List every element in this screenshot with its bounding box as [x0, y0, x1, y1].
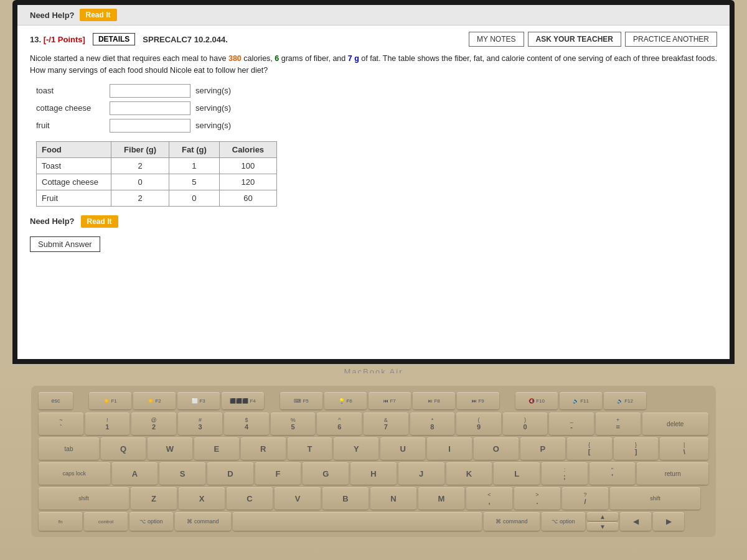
key-backslash[interactable]: |\: [660, 437, 708, 460]
key-arrow-up[interactable]: ▲: [587, 512, 618, 521]
key-q[interactable]: Q: [101, 437, 146, 460]
key-slash[interactable]: ?/: [562, 487, 608, 510]
food-inputs: toast serving(s) cottage cheese serving(…: [30, 84, 717, 133]
key-tilde[interactable]: ~`: [39, 413, 83, 435]
key-semicolon[interactable]: :;: [542, 462, 588, 485]
key-7[interactable]: &7: [364, 413, 408, 435]
toast-input[interactable]: [110, 84, 190, 98]
key-o[interactable]: O: [474, 437, 519, 460]
key-f11[interactable]: 🔉 F11: [560, 392, 602, 409]
key-c[interactable]: C: [227, 487, 273, 510]
key-y[interactable]: Y: [334, 437, 378, 460]
key-space[interactable]: [233, 512, 482, 531]
table-cell-fat-2: 5: [169, 174, 220, 190]
my-notes-button[interactable]: MY NOTES: [469, 32, 524, 47]
key-arrow-left[interactable]: ◀: [620, 512, 651, 531]
table-cell-fiber-3: 2: [111, 190, 169, 206]
key-f7[interactable]: ⏮ F7: [369, 392, 411, 409]
fruit-input[interactable]: [110, 119, 190, 133]
key-quote[interactable]: "': [590, 462, 636, 485]
key-bracket-r[interactable]: }]: [614, 437, 659, 460]
key-command-left[interactable]: ⌘ command: [175, 512, 231, 531]
fruit-serving-label: serving(s): [195, 121, 231, 130]
submit-answer-button[interactable]: Submit Answer: [30, 236, 100, 252]
key-f3[interactable]: ⬜ F3: [177, 392, 220, 409]
keyboard: esc ☀️ F1 ☀️ F2 ⬜ F3 ⬛⬛⬛ F4 ⌨ F5 💡 F6 ⏮ …: [31, 386, 716, 537]
key-i[interactable]: I: [427, 437, 472, 460]
key-x[interactable]: X: [179, 487, 225, 510]
key-8[interactable]: *8: [410, 413, 455, 435]
key-n[interactable]: N: [370, 487, 416, 510]
key-g[interactable]: G: [303, 462, 349, 485]
key-f9[interactable]: ⏭ F9: [457, 392, 499, 409]
key-2[interactable]: @2: [131, 413, 176, 435]
key-v[interactable]: V: [275, 487, 321, 510]
key-f[interactable]: F: [255, 462, 301, 485]
key-f4[interactable]: ⬛⬛⬛ F4: [222, 392, 264, 409]
key-period[interactable]: >.: [514, 487, 560, 510]
table-cell-fiber-1: 2: [111, 157, 169, 174]
key-f1[interactable]: ☀️ F1: [89, 392, 131, 409]
key-f6[interactable]: 💡 F6: [324, 392, 367, 409]
key-h[interactable]: H: [350, 462, 397, 485]
key-a[interactable]: A: [112, 462, 158, 485]
key-comma[interactable]: <,: [466, 487, 512, 510]
practice-another-button[interactable]: PRACTICE ANOTHER: [625, 32, 717, 47]
key-s[interactable]: S: [159, 462, 205, 485]
sprecalc-label: SPRECALC7 10.2.044.: [143, 35, 228, 44]
key-tab[interactable]: tab: [39, 437, 99, 460]
key-4[interactable]: $4: [224, 413, 269, 435]
key-p[interactable]: P: [520, 437, 565, 460]
key-9[interactable]: (9: [456, 413, 501, 435]
key-t[interactable]: T: [288, 437, 332, 460]
key-option-left[interactable]: ⌥ option: [129, 512, 173, 531]
key-z[interactable]: Z: [131, 487, 177, 510]
cottage-cheese-input[interactable]: [110, 101, 190, 115]
ask-teacher-button[interactable]: ASK YOUR TEACHER: [528, 32, 621, 47]
key-f10[interactable]: 🔇 F10: [515, 392, 558, 409]
key-w[interactable]: W: [148, 437, 192, 460]
table-cell-fiber-2: 0: [111, 174, 169, 190]
key-r[interactable]: R: [241, 437, 286, 460]
key-esc[interactable]: esc: [39, 392, 73, 409]
fruit-label: fruit: [36, 121, 105, 130]
read-it-button-bottom[interactable]: Read It: [81, 215, 118, 228]
key-f5[interactable]: ⌨ F5: [280, 392, 322, 409]
table-header-calories: Calories: [219, 141, 276, 157]
key-3[interactable]: #3: [178, 413, 223, 435]
key-f8[interactable]: ⏯ F8: [413, 392, 455, 409]
key-k[interactable]: K: [446, 462, 492, 485]
key-u[interactable]: U: [380, 437, 425, 460]
key-equals[interactable]: +=: [596, 413, 641, 435]
key-control[interactable]: control: [84, 512, 128, 531]
table-cell-fat-3: 0: [169, 190, 220, 206]
key-m[interactable]: M: [418, 487, 464, 510]
need-help-label-bottom: Need Help?: [30, 217, 75, 226]
key-caps-lock[interactable]: caps lock: [39, 462, 110, 485]
key-6[interactable]: ^6: [317, 413, 362, 435]
key-f12[interactable]: 🔊 F12: [604, 392, 646, 409]
key-option-right[interactable]: ⌥ option: [542, 512, 585, 531]
key-shift-right[interactable]: shift: [610, 487, 700, 510]
key-return[interactable]: return: [637, 462, 708, 485]
key-bracket-l[interactable]: {[: [567, 437, 612, 460]
key-shift-left[interactable]: shift: [39, 487, 129, 510]
key-d[interactable]: D: [207, 462, 253, 485]
details-button[interactable]: DETAILS: [93, 33, 135, 45]
key-arrow-down[interactable]: ▼: [587, 522, 618, 531]
key-1[interactable]: !1: [85, 413, 130, 435]
key-minus[interactable]: _-: [549, 413, 594, 435]
cottage-cheese-serving-label: serving(s): [195, 103, 231, 113]
key-fn[interactable]: fn: [39, 512, 82, 531]
key-j[interactable]: J: [398, 462, 444, 485]
key-b[interactable]: B: [322, 487, 369, 510]
key-arrow-right[interactable]: ▶: [653, 512, 684, 531]
key-command-right[interactable]: ⌘ command: [484, 512, 540, 531]
key-e[interactable]: E: [194, 437, 239, 460]
key-f2[interactable]: ☀️ F2: [133, 392, 176, 409]
key-l[interactable]: L: [494, 462, 540, 485]
key-0[interactable]: )0: [503, 413, 548, 435]
key-5[interactable]: %5: [271, 413, 316, 435]
key-backspace[interactable]: delete: [642, 413, 708, 435]
read-it-button-top[interactable]: Read It: [80, 9, 117, 21]
